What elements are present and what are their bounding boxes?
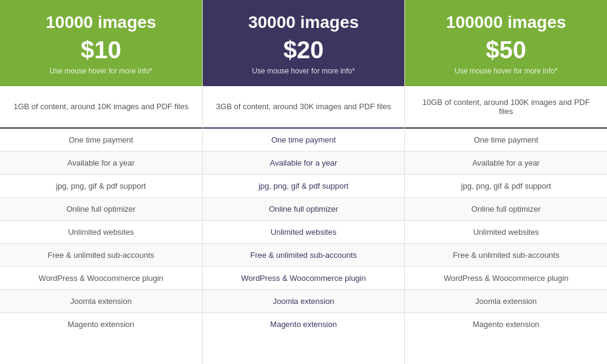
plan-title-premium: 100000 images	[414, 12, 598, 33]
feature-row-partial-basic: Magento extension	[0, 313, 202, 335]
feature-row-basic-3: Online full optimizer	[0, 198, 202, 221]
feature-row-premium-6: WordPress & Woocommerce plugin	[405, 267, 607, 290]
feature-row-basic-4: Unlimited websites	[0, 221, 202, 244]
feature-row-basic-5: Free & unlimited sub-accounts	[0, 244, 202, 267]
plan-basic: 10000 images$10Use mouse hover for more …	[0, 0, 203, 364]
plan-title-basic: 10000 images	[9, 12, 193, 33]
plan-premium: 100000 images$50Use mouse hover for more…	[405, 0, 607, 364]
plan-header-standard: 30000 images$20Use mouse hover for more …	[203, 0, 405, 86]
feature-row-standard-5: Free & unlimited sub-accounts	[203, 244, 405, 267]
plan-header-basic: 10000 images$10Use mouse hover for more …	[0, 0, 202, 86]
feature-row-basic-6: WordPress & Woocommerce plugin	[0, 267, 202, 290]
plan-hover-note-premium: Use mouse hover for more info*	[414, 67, 598, 75]
feature-row-standard-7: Joomla extension	[203, 290, 405, 313]
plan-price-basic: $10	[9, 36, 193, 63]
feature-row-basic-1: Available for a year	[0, 152, 202, 175]
feature-row-premium-2: jpg, png, gif & pdf support	[405, 175, 607, 198]
plan-description-basic: 1GB of content, around 10K images and PD…	[0, 86, 202, 129]
plan-hover-note-standard: Use mouse hover for more info*	[212, 67, 396, 75]
feature-row-premium-5: Free & unlimited sub-accounts	[405, 244, 607, 267]
feature-row-premium-1: Available for a year	[405, 152, 607, 175]
plan-price-premium: $50	[414, 36, 598, 63]
feature-row-premium-4: Unlimited websites	[405, 221, 607, 244]
feature-row-standard-0: One time payment	[203, 129, 405, 152]
plan-description-premium: 10GB of content, around 100K images and …	[405, 86, 607, 129]
pricing-table: 10000 images$10Use mouse hover for more …	[0, 0, 607, 364]
feature-row-standard-4: Unlimited websites	[203, 221, 405, 244]
plan-hover-note-basic: Use mouse hover for more info*	[9, 67, 193, 75]
feature-row-basic-0: One time payment	[0, 129, 202, 152]
feature-row-partial-standard: Magento extension	[203, 313, 405, 335]
feature-row-standard-1: Available for a year	[203, 152, 405, 175]
feature-row-standard-6: WordPress & Woocommerce plugin	[203, 267, 405, 290]
plan-title-standard: 30000 images	[212, 12, 396, 33]
plan-price-standard: $20	[212, 36, 396, 63]
feature-row-partial-premium: Magento extension	[405, 313, 607, 335]
plan-standard: 30000 images$20Use mouse hover for more …	[203, 0, 405, 364]
feature-row-premium-3: Online full optimizer	[405, 198, 607, 221]
feature-row-basic-2: jpg, png, gif & pdf support	[0, 175, 202, 198]
feature-row-premium-0: One time payment	[405, 129, 607, 152]
feature-row-basic-7: Joomla extension	[0, 290, 202, 313]
feature-row-premium-7: Joomla extension	[405, 290, 607, 313]
plan-description-standard: 3GB of content, around 30K images and PD…	[203, 86, 405, 129]
feature-row-standard-2: jpg, png, gif & pdf support	[203, 175, 405, 198]
feature-row-standard-3: Online full optimizer	[203, 198, 405, 221]
plan-header-premium: 100000 images$50Use mouse hover for more…	[405, 0, 607, 86]
